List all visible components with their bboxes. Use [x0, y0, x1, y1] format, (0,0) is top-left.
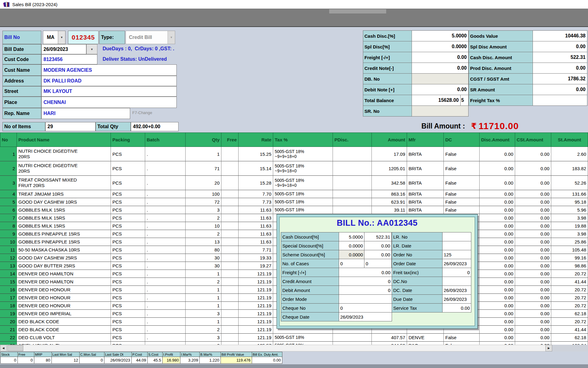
dialog-label: Cheque No	[281, 303, 339, 312]
series-dropdown[interactable]: MA ▼	[43, 31, 66, 44]
dialog-value-field[interactable]: 0	[442, 268, 471, 277]
calendar-dropdown-icon[interactable]: ▼	[86, 44, 97, 54]
rep-name-field[interactable]: HARI	[41, 108, 130, 119]
cell-pdisc	[333, 190, 372, 198]
cell-batch: .	[145, 206, 186, 214]
dialog-value-field[interactable]: 0.00	[339, 268, 392, 277]
cell-disc-amount: 0.00	[480, 230, 515, 238]
summary-value-field[interactable]: 5.0000	[412, 30, 469, 41]
dialog-value-field[interactable]: 0.00	[442, 303, 471, 312]
summary-value-field[interactable]: 0.0000	[412, 41, 469, 52]
scrollbar-track[interactable]	[0, 345, 552, 351]
dialog-value-field[interactable]: 0	[339, 303, 392, 312]
summary-value-field[interactable]: 0.00	[412, 63, 469, 74]
table-row[interactable]: 4 TREAT JIMJAM 10RS PCS . 100 7.70 5005-…	[0, 190, 588, 198]
scroll-left-icon[interactable]: ◀	[0, 345, 7, 351]
dialog-value-field[interactable]: 522.31	[364, 232, 392, 241]
cell-batch: .	[145, 222, 186, 230]
footer-col-last-sale-dt: Last Sale Dt	[104, 352, 132, 357]
dialog-value-field[interactable]: 0	[339, 286, 392, 295]
cell-cst-amount: 0.00	[515, 176, 551, 190]
dialog-left-table: Cash Discount[%] 5.0000 522.31 Special D…	[281, 232, 392, 321]
street-field[interactable]: MK LAYOUT	[41, 86, 177, 97]
cell-disc-amount: 0.00	[480, 318, 515, 326]
table-row[interactable]: 3 TREAT CROISSANT MIXED FRUIT 20RS PCS .…	[0, 176, 588, 190]
row-number: 2	[0, 161, 17, 176]
cell-product-name: GOBBLES MILK 15RS	[17, 222, 111, 230]
footer-val-free: 0	[17, 357, 34, 364]
row-number: 16	[0, 286, 17, 294]
cust-name-field[interactable]: MODERN AGENCIES	[41, 64, 177, 76]
cell-free	[221, 246, 239, 254]
table-row[interactable]: 1 NUTRI CHOICE DIGEDTIVE 20RS PCS . 1 15…	[0, 147, 588, 161]
cell-disc-amount: 0.00	[480, 254, 515, 262]
dialog-value-field[interactable]: 125	[442, 250, 471, 259]
cell-rate: 15.28	[239, 176, 273, 190]
dialog-label: LR. No	[392, 232, 443, 241]
deliver-status-text: Deliver Status: UnDelivered	[103, 56, 167, 62]
dialog-value-field[interactable]: 0.0000	[339, 241, 364, 250]
scroll-right-icon[interactable]: ▶	[545, 345, 552, 351]
no-of-items-field[interactable]: 29	[45, 122, 96, 131]
table-row[interactable]: 2 NUTRI CHOICE DIGEDTIVE 20RS PCS . 71 1…	[0, 161, 588, 176]
cust-code-field[interactable]: 8123456	[41, 54, 97, 64]
dialog-value-field[interactable]: 26/09/2023	[442, 286, 471, 295]
bill-number-field[interactable]: 012345	[68, 31, 99, 44]
col-header-rate: Rate	[239, 132, 273, 147]
cust-name-label: Cust Name	[2, 64, 41, 76]
dialog-value-field[interactable]: 26/09/2023	[339, 312, 392, 321]
summary-value-field[interactable]	[412, 73, 469, 84]
cell-batch: .	[145, 230, 186, 238]
type-value: Credit Bill	[128, 35, 152, 40]
total-qty-field[interactable]: 492.00+0.00	[131, 122, 179, 131]
cell-tax: 5005-GST 18%	[273, 334, 333, 342]
footer-val-p-cost: 44.09	[131, 357, 148, 364]
summary-value-field[interactable]: 0.00	[412, 84, 469, 95]
cell-st-amount: 5.96	[551, 206, 588, 214]
col-header-dc: DC	[444, 132, 480, 147]
dialog-value-field[interactable]: 0.00	[364, 250, 392, 259]
table-row[interactable]: 6 GOBBLES MILK 15RS PCS . 3 11.63 5005-G…	[0, 206, 588, 214]
dialog-value-field[interactable]: 0.00	[364, 241, 392, 250]
table-row[interactable]: 22 DEO CLUB VOLT PCS . 3 121.19 5005-GST…	[0, 334, 588, 342]
footer-val-i-profit: 16.980	[162, 357, 180, 364]
address-field[interactable]: DK PALLI ROAD	[41, 76, 177, 86]
dialog-value-field[interactable]	[442, 232, 471, 241]
dialog-value-field[interactable]	[442, 277, 471, 286]
dialog-row: Due Date 26/09/2023	[392, 294, 471, 304]
dialog-value-field[interactable]: 0	[364, 259, 392, 268]
dialog-value-field[interactable]: 5.0000	[339, 232, 364, 241]
dialog-value-field[interactable]: 26/09/2023	[442, 294, 471, 304]
type-dropdown[interactable]: Credit Bill ▼	[126, 31, 175, 44]
dialog-value-field[interactable]	[339, 294, 392, 304]
chevron-down-icon[interactable]: ▼	[58, 31, 65, 44]
cell-rate: 121.19	[239, 302, 273, 310]
table-row[interactable]: 5 GOOD DAY CASHEW 10RS PCS . 72 7.73 500…	[0, 198, 588, 206]
scrollbar-thumb[interactable]	[7, 345, 23, 351]
table-row[interactable]: 23 ARIEL LIQUID 1L TL PCS 6 125.57 5005-…	[0, 342, 588, 345]
cell-cst-amount: 0.00	[515, 342, 551, 345]
cell-packing: PCS	[111, 222, 145, 230]
cell-st-amount: 62.18	[551, 310, 588, 318]
cell-batch: .	[145, 286, 186, 294]
dialog-value-field[interactable]	[442, 241, 471, 250]
place-field[interactable]: CHENNAI	[41, 97, 177, 108]
summary-value-field[interactable]	[412, 105, 469, 117]
dialog-label: Cheque Date	[281, 312, 339, 321]
cell-rate: 125.57	[239, 342, 273, 345]
summary-row: Debit Note [+] 0.00	[363, 84, 469, 95]
dialog-value-field[interactable]: 26/09/2023	[442, 259, 471, 268]
cell-qty: 71	[186, 161, 221, 176]
dialog-label: LR. Date	[392, 241, 443, 250]
footer-val-i-mar: 3.209	[180, 357, 200, 364]
dialog-label: Credit Amount	[281, 277, 339, 286]
summary-value-field[interactable]: 0.00	[412, 52, 469, 63]
summary-value-field: 0.00	[533, 41, 587, 52]
dialog-value-field[interactable]: 0	[339, 277, 392, 286]
cell-disc-amount: 0.00	[480, 214, 515, 222]
bill-date-field[interactable]: 26/09/2023	[41, 44, 86, 54]
dialog-value-field[interactable]: 0	[339, 259, 364, 268]
summary-value-field[interactable]: 15628.00	[412, 95, 461, 106]
cell-amount: 623.91	[372, 198, 407, 206]
dialog-value-field[interactable]: 0.0000	[339, 250, 364, 259]
